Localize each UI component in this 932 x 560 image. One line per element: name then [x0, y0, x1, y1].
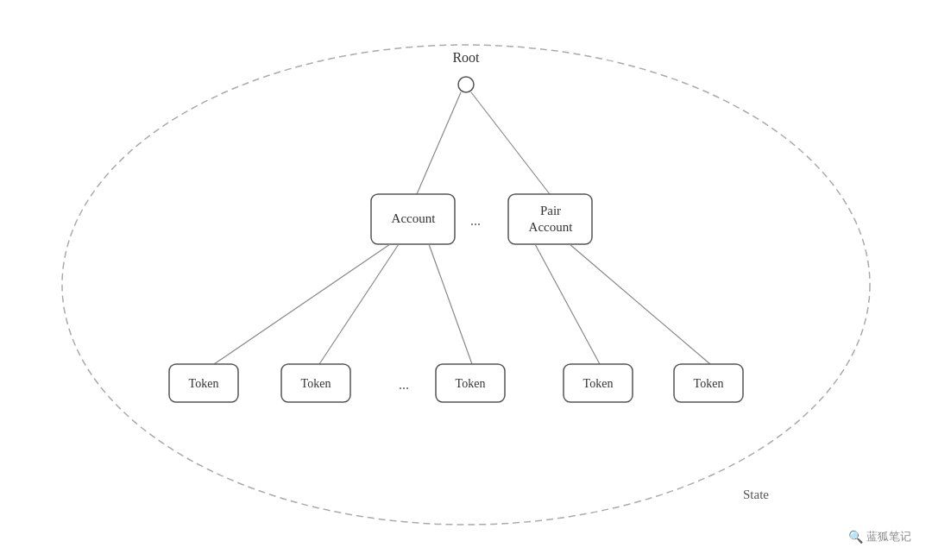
state-label: State	[743, 488, 769, 501]
ellipsis-bottom: ...	[399, 377, 409, 392]
watermark-icon: 🔍	[848, 530, 863, 544]
line-root-account	[417, 92, 461, 194]
pair-account-node	[508, 194, 592, 244]
line-pair-token5	[570, 244, 710, 364]
watermark-text: 蓝狐笔记	[866, 529, 911, 544]
watermark: 🔍 蓝狐笔记	[848, 529, 911, 544]
token3-label: Token	[456, 377, 486, 390]
line-account-token3	[429, 244, 472, 364]
pair-account-label-line1: Pair	[540, 204, 561, 217]
ellipsis-top: ...	[470, 213, 481, 228]
pair-account-label-line2: Account	[529, 220, 574, 234]
state-ellipse	[62, 45, 870, 525]
token5-label: Token	[694, 377, 724, 390]
token1-label: Token	[189, 377, 219, 390]
token4-label: Token	[583, 377, 614, 390]
diagram-container: Root Account ... Pair Account Token Toke…	[0, 0, 932, 560]
account-label: Account	[392, 211, 437, 225]
root-label: Root	[452, 50, 480, 65]
line-account-token2	[319, 244, 399, 364]
line-account-token1	[214, 244, 390, 364]
root-node	[458, 77, 474, 92]
line-root-pair-account	[471, 92, 550, 194]
token2-label: Token	[301, 377, 331, 390]
